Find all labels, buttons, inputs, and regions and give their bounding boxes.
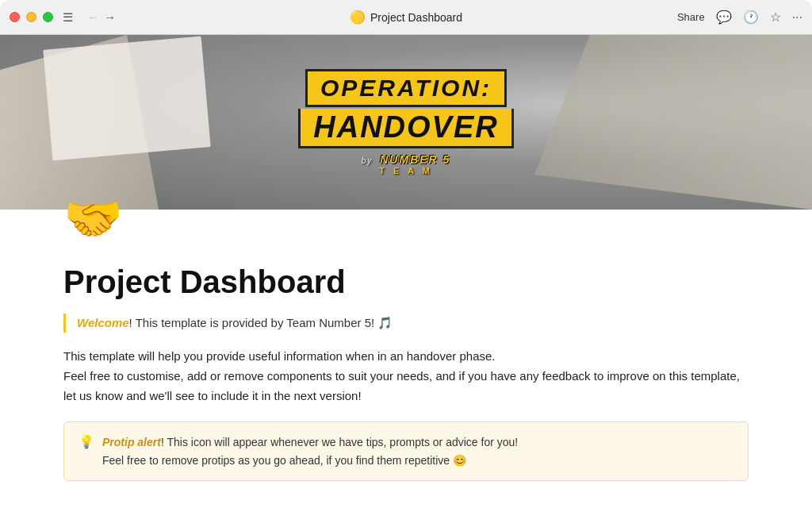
titlebar-right: Share 💬 🕐 ☆ ··· xyxy=(677,10,802,25)
welcome-quote: Welcome! This template is provided by Te… xyxy=(63,314,749,333)
operation-line1: OPERATION: xyxy=(305,69,507,107)
forward-arrow-icon[interactable]: → xyxy=(104,10,116,24)
handshake-emoji: 🤝 xyxy=(63,190,749,247)
lightbulb-icon: 💡 xyxy=(79,434,94,449)
minimize-button[interactable] xyxy=(26,12,36,22)
maximize-button[interactable] xyxy=(43,12,53,22)
history-icon[interactable]: 🕐 xyxy=(743,10,759,25)
team-label: T E A M xyxy=(379,166,433,175)
hero-banner: OPERATION: HANDOVER by NUMBER 5 T E A M xyxy=(0,35,812,210)
hero-paper xyxy=(43,37,210,161)
welcome-rest-text: ! This template is provided by Team Numb… xyxy=(129,316,393,329)
protip-content: Protip alert! This icon will appear when… xyxy=(102,433,518,469)
nav-arrows: ← → xyxy=(87,10,116,24)
close-button[interactable] xyxy=(10,12,20,22)
main-content: Project Dashboard Welcome! This template… xyxy=(0,247,812,508)
handshake-container: 🤝 xyxy=(0,190,812,247)
page-heading: Project Dashboard xyxy=(63,263,749,301)
operation-title-box: OPERATION: HANDOVER by NUMBER 5 T E A M xyxy=(298,69,513,175)
comments-icon[interactable]: 💬 xyxy=(716,10,732,25)
back-arrow-icon[interactable]: ← xyxy=(87,10,99,24)
title-bar: ☰ ← → 🟡 Project Dashboard Share 💬 🕐 ☆ ··… xyxy=(0,0,812,35)
welcome-text: Welcome! This template is provided by Te… xyxy=(77,316,393,329)
description-text: This template will help you provide usef… xyxy=(63,347,749,406)
titlebar-controls: ☰ ← → xyxy=(63,10,116,25)
content-area[interactable]: OPERATION: HANDOVER by NUMBER 5 T E A M … xyxy=(0,35,812,508)
share-button[interactable]: Share xyxy=(677,11,705,23)
protip-italic-text: Protip alert xyxy=(102,436,161,448)
operation-line2: HANDOVER xyxy=(298,109,513,148)
welcome-italic-text: Welcome xyxy=(77,316,129,329)
sidebar-toggle-icon[interactable]: ☰ xyxy=(63,10,73,25)
by-label: by xyxy=(362,156,373,165)
team-name: NUMBER 5 xyxy=(380,153,450,166)
operation-subtitle: by NUMBER 5 T E A M xyxy=(298,153,513,175)
protip-box: 💡 Protip alert! This icon will appear wh… xyxy=(63,421,749,481)
page-title-area: 🟡 Project Dashboard xyxy=(350,10,462,25)
page-icon: 🟡 xyxy=(350,10,366,25)
page-title: Project Dashboard xyxy=(370,11,462,24)
more-options-icon[interactable]: ··· xyxy=(792,10,802,25)
traffic-lights xyxy=(10,12,53,22)
star-icon[interactable]: ☆ xyxy=(770,10,781,25)
